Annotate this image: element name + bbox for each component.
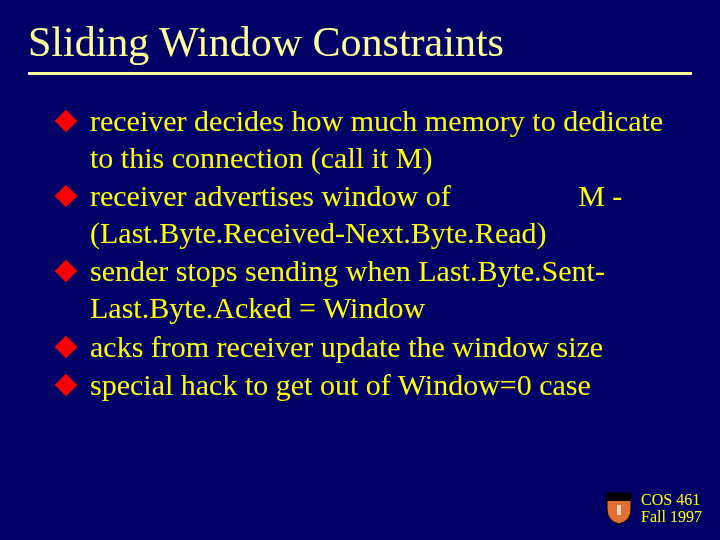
bullet-text: receiver decides how much memory to dedi… — [90, 104, 663, 174]
list-item: special hack to get out of Window=0 case — [90, 367, 672, 404]
footer-term: Fall 1997 — [641, 508, 702, 526]
shield-logo-icon — [605, 491, 633, 525]
svg-rect-0 — [617, 505, 621, 515]
bullet-list: receiver decides how much memory to dedi… — [28, 103, 692, 404]
list-item: receiver advertises window of M -(Last.B… — [90, 178, 672, 251]
list-item: sender stops sending when Last.Byte.Sent… — [90, 253, 672, 326]
slide-footer: COS 461 Fall 1997 — [605, 491, 702, 526]
bullet-text: sender stops sending when Last.Byte.Sent… — [90, 254, 605, 324]
diamond-bullet-icon — [55, 185, 78, 208]
bullet-text: special hack to get out of Window=0 case — [90, 368, 591, 401]
bullet-text: acks from receiver update the window siz… — [90, 330, 603, 363]
diamond-bullet-icon — [55, 260, 78, 283]
list-item: receiver decides how much memory to dedi… — [90, 103, 672, 176]
slide-title: Sliding Window Constraints — [28, 18, 692, 75]
slide: Sliding Window Constraints receiver deci… — [0, 0, 720, 540]
list-item: acks from receiver update the window siz… — [90, 329, 672, 366]
footer-text: COS 461 Fall 1997 — [641, 491, 702, 526]
bullet-text: receiver advertises window of M -(Last.B… — [90, 179, 622, 249]
footer-course: COS 461 — [641, 491, 702, 509]
diamond-bullet-icon — [55, 110, 78, 133]
diamond-bullet-icon — [55, 374, 78, 397]
diamond-bullet-icon — [55, 335, 78, 358]
